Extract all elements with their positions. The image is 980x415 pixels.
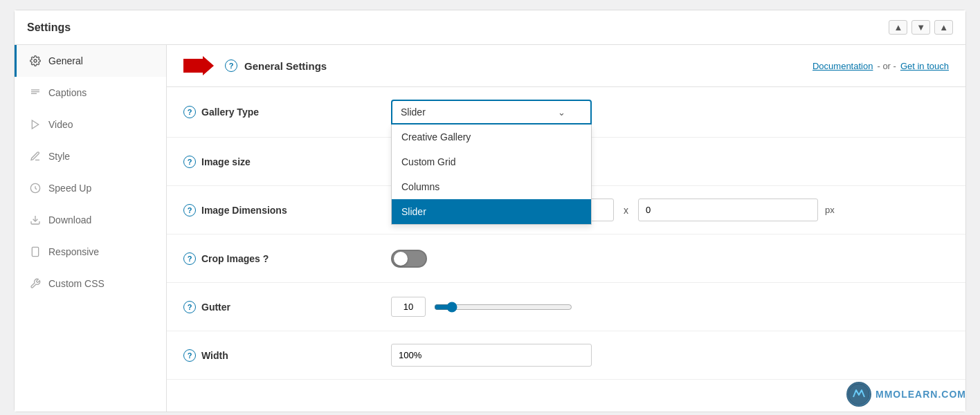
red-arrow-icon <box>183 56 214 75</box>
responsive-icon <box>29 246 42 258</box>
watermark-text: MMOLEARN.COM <box>875 389 966 400</box>
gutter-value-input[interactable]: 10 <box>391 297 426 317</box>
sidebar-item-video[interactable]: Video <box>15 109 166 140</box>
gallery-type-label-text: Gallery Type <box>201 107 259 118</box>
video-icon <box>29 118 42 131</box>
gutter-label: ? Gutter <box>183 301 391 313</box>
image-height-input[interactable] <box>638 199 818 221</box>
section-title: General Settings <box>244 60 327 72</box>
dropdown-chevron-icon: ⌄ <box>558 107 565 118</box>
image-dimensions-label: ? Image Dimensions <box>183 204 391 216</box>
image-dimensions-label-text: Image Dimensions <box>201 205 287 216</box>
svg-point-0 <box>34 59 37 62</box>
download-icon <box>29 214 42 226</box>
sidebar-label-responsive: Responsive <box>48 246 99 257</box>
width-label: ? Width <box>183 349 391 362</box>
sidebar-item-captions[interactable]: Captions <box>15 77 166 109</box>
dropdown-option-columns[interactable]: Columns <box>392 174 591 199</box>
settings-panel-title: Settings <box>27 21 71 34</box>
dim-separator: x <box>624 205 628 216</box>
sidebar-label-style: Style <box>48 151 70 162</box>
style-icon <box>29 150 42 163</box>
gutter-range-row: 10 <box>391 297 572 317</box>
gallery-type-row: ? Gallery Type Slider ⌄ Creative Gallery… <box>167 87 965 138</box>
help-badge-image-dims[interactable]: ? <box>183 204 196 216</box>
sidebar-item-general[interactable]: General <box>15 45 166 77</box>
gutter-row: ? Gutter 10 <box>167 283 965 331</box>
collapse-down-button[interactable]: ▼ <box>911 20 930 35</box>
gallery-type-dropdown[interactable]: Slider ⌄ Creative Gallery Custom Grid Co… <box>391 100 592 124</box>
crop-images-toggle[interactable] <box>391 250 427 268</box>
section-header: ? General Settings Documentation - or - … <box>167 45 965 87</box>
outer-container: Settings ▲ ▼ ▲ General <box>0 0 980 415</box>
help-badge-image-size[interactable]: ? <box>183 156 196 168</box>
width-row: ? Width <box>167 331 965 380</box>
image-size-label-text: Image size <box>201 156 251 167</box>
section-header-right: Documentation - or - Get in touch <box>813 61 949 71</box>
documentation-link[interactable]: Documentation <box>813 61 873 71</box>
dropdown-option-creative-gallery[interactable]: Creative Gallery <box>392 124 591 149</box>
sidebar-label-customcss: Custom CSS <box>48 278 105 289</box>
toggle-knob <box>394 252 408 266</box>
gear-icon <box>29 55 42 67</box>
sidebar-item-responsive[interactable]: Responsive <box>15 236 166 268</box>
crop-images-label: ? Crop Images ? <box>183 252 391 265</box>
crop-images-row: ? Crop Images ? <box>167 234 965 283</box>
settings-controls: ▲ ▼ ▲ <box>889 20 953 35</box>
gutter-label-text: Gutter <box>201 302 230 313</box>
gutter-range-slider[interactable] <box>434 302 572 313</box>
settings-body: General Captions Video <box>15 45 965 412</box>
width-control <box>391 344 949 367</box>
svg-marker-4 <box>32 120 38 129</box>
settings-header: Settings ▲ ▼ ▲ <box>15 10 965 45</box>
crop-images-control <box>391 250 949 268</box>
watermark: MMOLEARN.COM <box>846 382 966 407</box>
dim-suffix: px <box>825 205 835 215</box>
settings-panel: Settings ▲ ▼ ▲ General <box>14 10 966 412</box>
crop-images-label-text: Crop Images ? <box>201 253 269 264</box>
help-badge-gutter[interactable]: ? <box>183 301 196 313</box>
gallery-type-options: Creative Gallery Custom Grid Columns Sli… <box>391 124 592 225</box>
sidebar-label-general: General <box>48 55 83 66</box>
speedup-icon <box>29 182 42 194</box>
sidebar-item-customcss[interactable]: Custom CSS <box>15 268 166 299</box>
dropdown-option-custom-grid[interactable]: Custom Grid <box>392 149 591 174</box>
sidebar-label-captions: Captions <box>48 87 87 98</box>
sidebar-item-download[interactable]: Download <box>15 204 166 236</box>
gutter-control: 10 <box>391 297 949 317</box>
sidebar-item-speedup[interactable]: Speed Up <box>15 172 166 204</box>
image-size-label: ? Image size <box>183 156 391 168</box>
sidebar-item-style[interactable]: Style <box>15 140 166 172</box>
sidebar-label-download: Download <box>48 214 91 225</box>
top-bar <box>0 0 980 10</box>
doc-or-separator: - or - <box>877 61 896 71</box>
collapse-up-button[interactable]: ▲ <box>889 20 907 35</box>
sidebar-label-video: Video <box>48 119 73 130</box>
customcss-icon <box>29 277 42 290</box>
get-in-touch-link[interactable]: Get in touch <box>900 61 949 71</box>
help-badge-general[interactable]: ? <box>225 59 237 72</box>
watermark-logo <box>846 382 871 407</box>
section-header-left: ? General Settings <box>183 56 327 75</box>
help-badge-width[interactable]: ? <box>183 349 196 362</box>
gallery-type-label: ? Gallery Type <box>183 106 391 118</box>
gallery-type-control: Slider ⌄ Creative Gallery Custom Grid Co… <box>391 100 949 124</box>
svg-marker-9 <box>183 56 214 75</box>
help-badge-crop[interactable]: ? <box>183 252 196 265</box>
captions-icon <box>29 86 42 99</box>
width-label-text: Width <box>201 350 228 361</box>
main-content: ? General Settings Documentation - or - … <box>167 45 965 412</box>
dropdown-option-slider[interactable]: Slider <box>392 199 591 224</box>
width-input[interactable] <box>391 344 592 367</box>
sidebar-label-speedup: Speed Up <box>48 183 91 194</box>
sidebar: General Captions Video <box>15 45 167 412</box>
help-badge-gallery-type[interactable]: ? <box>183 106 196 118</box>
dropdown-selected-value: Slider <box>401 107 426 118</box>
expand-button[interactable]: ▲ <box>934 20 953 35</box>
dropdown-trigger[interactable]: Slider ⌄ <box>391 100 592 124</box>
